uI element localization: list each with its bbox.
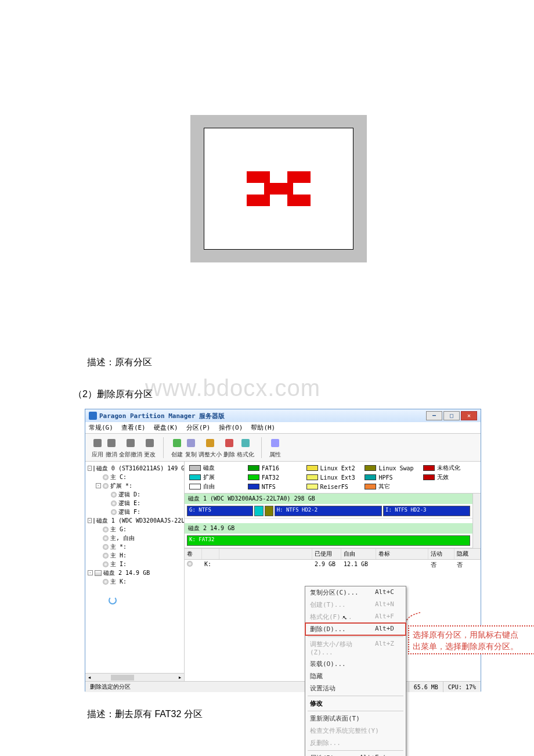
missing-image-inner [204, 128, 353, 250]
legend: 磁盘FAT16Linux Ext2Linux Swap未格式化扩展FAT32Li… [185, 462, 481, 494]
tree-partition-node[interactable]: 逻辑 E: [86, 499, 183, 507]
context-menu-item[interactable]: 删除(D)...Alt+D [305, 623, 406, 635]
tree-partition-node[interactable]: 逻辑 D: [86, 490, 183, 499]
legend-label: Linux Ext3 [320, 474, 355, 481]
tree-expand-icon[interactable]: - [88, 570, 93, 575]
table-column-header[interactable] [219, 549, 312, 559]
toolbar-button[interactable]: 撤消 [105, 437, 118, 459]
tree-disk-node[interactable]: -磁盘 1 (WDC WD3200AAJS-22L7 [86, 516, 183, 525]
legend-swatch [189, 484, 201, 489]
legend-item: 无效 [423, 473, 476, 481]
table-column-header[interactable]: 卷标 [376, 549, 428, 559]
partition-icon [103, 527, 109, 532]
table-cell: 2.9 GB [312, 560, 341, 570]
context-menu-label: 复制分区(C)... [310, 588, 359, 597]
sidebar-horizontal-scrollbar[interactable]: ◂ ▸ [85, 673, 184, 681]
legend-swatch [365, 465, 376, 471]
disk2-partition-bar[interactable]: K: FAT32 [185, 534, 472, 548]
tree-partition-node[interactable]: 主 G: [86, 525, 183, 534]
toolbar-button[interactable]: 创建 [171, 437, 183, 459]
legend-item: 其它 [365, 483, 417, 491]
context-menu-item: 反删除... [305, 737, 406, 749]
missing-image-placeholder [190, 115, 367, 262]
menu-item[interactable]: 查看(E) [121, 423, 146, 432]
tree-partition-node[interactable]: 逻辑 F: [86, 507, 183, 516]
tree-disk-node[interactable]: -磁盘 2 14.9 GB [86, 568, 183, 577]
maximize-button[interactable]: □ [443, 411, 460, 420]
toolbar-button[interactable]: 调整大小 [199, 437, 222, 459]
context-menu-label: 重新测试表面(T) [310, 714, 360, 723]
tree-expand-icon[interactable]: - [88, 466, 92, 471]
svg-rect-8 [146, 439, 154, 447]
table-column-header[interactable]: 卷 [185, 549, 202, 559]
partition-block[interactable]: K: FAT32 [187, 535, 470, 546]
context-menu-item[interactable]: 设置活动 [305, 682, 406, 694]
partition-icon [103, 535, 109, 541]
close-button[interactable]: ✕ [461, 411, 477, 420]
toolbar-button[interactable]: 应用 [91, 437, 104, 459]
content-vertical-scrollbar[interactable] [472, 494, 481, 548]
tree-partition-node[interactable]: 主 H: [86, 551, 183, 560]
svg-rect-12 [225, 439, 233, 447]
context-menu-shortcut: Alt+F [375, 613, 394, 621]
toolbar-button[interactable]: 属性 [269, 437, 282, 459]
legend-label: HPFS [378, 474, 392, 481]
partition-block[interactable] [265, 506, 273, 516]
context-menu-item[interactable]: 复制分区(C)...Alt+C [305, 586, 406, 599]
menu-item[interactable]: 硬盘(K) [154, 423, 178, 432]
toolbar-button[interactable]: 格式化 [237, 437, 254, 459]
tree-partition-node[interactable]: 主 C: [86, 473, 183, 481]
tree-partition-node[interactable]: 主, 自由 [86, 534, 183, 542]
table-column-header[interactable]: 隐藏 [454, 549, 481, 559]
table-cell: 12.1 GB [341, 560, 376, 570]
svg-rect-0 [247, 171, 270, 183]
legend-label: 未格式化 [437, 464, 460, 472]
partition-block[interactable] [254, 506, 263, 516]
tree-partition-node[interactable]: -扩展 *: [86, 481, 183, 490]
legend-label: 无效 [437, 473, 449, 481]
partition-block[interactable]: H: NTFS HD2-2 [275, 506, 382, 516]
partition-block[interactable]: G: NTFS [187, 506, 253, 516]
table-cell: 否 [454, 560, 481, 570]
legend-item: 自由 [189, 483, 242, 491]
loading-spinner-icon [109, 596, 117, 604]
toolbar-icon [239, 437, 252, 449]
table-column-header[interactable] [202, 549, 219, 559]
legend-label: 磁盘 [203, 464, 215, 472]
titlebar: Paragon Partition Manager 服务器版 — □ ✕ [85, 409, 481, 422]
menu-item[interactable]: 操作(O) [219, 423, 243, 432]
svg-rect-13 [241, 439, 250, 447]
caption-delete-fat32: 描述：删去原有 FAT32 分区 [87, 708, 203, 721]
legend-swatch [248, 465, 259, 471]
menu-item[interactable]: 分区(P) [186, 423, 211, 432]
context-menu-item[interactable]: 重新测试表面(T) [305, 712, 406, 725]
toolbar-button[interactable]: 更改 [143, 437, 156, 459]
tree-expand-icon[interactable]: - [88, 518, 92, 523]
context-menu-item[interactable]: 装载(O)... [305, 658, 406, 670]
toolbar-button-label: 属性 [269, 451, 281, 459]
menu-item[interactable]: 常规(G) [89, 423, 113, 432]
context-menu-item[interactable]: 隐藏 [305, 670, 406, 682]
tree-partition-node[interactable]: 主 I: [86, 560, 183, 568]
tree-node-label: 扩展 *: [110, 481, 132, 490]
tree-disk-node[interactable]: -磁盘 0 (ST3160211AS) 149 GB [86, 464, 183, 473]
partition-block[interactable]: I: NTFS HD2-3 [383, 506, 470, 516]
context-menu-item[interactable]: 属性(P)...Alt+Enter [305, 752, 406, 756]
tree-expand-icon[interactable]: - [96, 483, 101, 488]
table-column-header[interactable]: 活动 [428, 549, 454, 559]
table-column-header[interactable]: 已使用 [312, 549, 341, 559]
legend-item: HPFS [365, 473, 417, 481]
toolbar-button-label: 删除 [223, 451, 235, 459]
minimize-button[interactable]: — [426, 411, 442, 420]
tree-partition-node[interactable]: 主 *: [86, 542, 183, 551]
toolbar-button[interactable]: 复制 [185, 437, 197, 459]
tree-partition-node[interactable]: 主 K: [86, 577, 183, 586]
table-column-header[interactable]: 自由 [341, 549, 376, 559]
toolbar-button[interactable]: 删除 [223, 437, 236, 459]
volume-table-row[interactable]: K:2.9 GB12.1 GB否否 [185, 560, 481, 570]
toolbar-button-label: 撤消 [106, 451, 117, 459]
toolbar-button[interactable]: 全部撤消 [119, 437, 142, 459]
disk1-partition-bar[interactable]: G: NTFSH: NTFS HD2-2I: NTFS HD2-3 [185, 504, 472, 518]
legend-item: Linux Swap [365, 464, 417, 472]
menu-item[interactable]: 帮助(H) [251, 423, 275, 432]
